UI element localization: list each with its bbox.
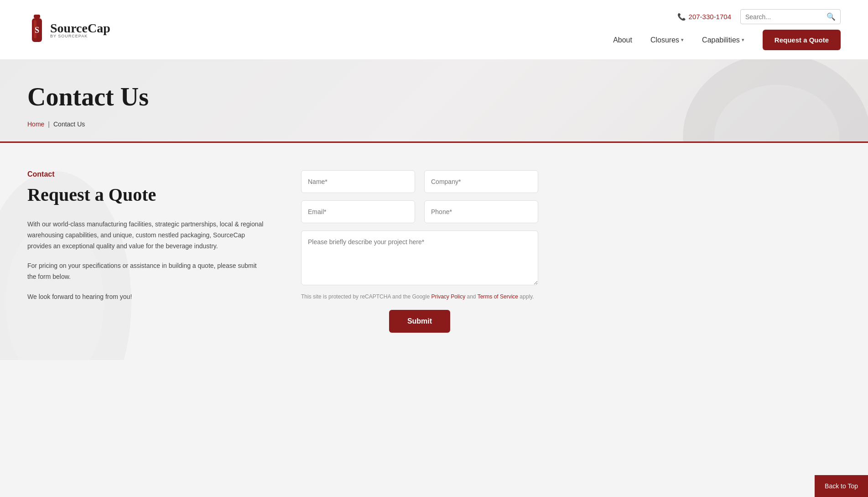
recaptcha-apply: apply. [518, 293, 534, 300]
main-content: Contact Request a Quote With our world-c… [0, 143, 868, 360]
logo-area[interactable]: S SourceCap BY SOURCEPAK [27, 14, 110, 46]
request-quote-button[interactable]: Request a Quote [763, 30, 841, 50]
contact-label: Contact [27, 170, 265, 178]
nav-area: About Closures ▾ Capabilities ▾ Request … [613, 30, 841, 50]
breadcrumb-separator: | [48, 120, 50, 128]
nav-item-capabilities[interactable]: Capabilities ▾ [702, 36, 744, 44]
nav-item-closures[interactable]: Closures ▾ [650, 36, 684, 44]
recaptcha-and: and [465, 293, 477, 300]
description-3: We look forward to hearing from you! [27, 292, 265, 303]
page-title: Contact Us [27, 82, 841, 111]
hero-section: Contact Us Home | Contact Us [0, 59, 868, 141]
nav-capabilities-label: Capabilities [702, 36, 740, 44]
message-textarea[interactable] [301, 230, 538, 285]
recaptcha-text-prefix: This site is protected by reCAPTCHA and … [301, 293, 431, 300]
recaptcha-notice: This site is protected by reCAPTCHA and … [301, 293, 538, 301]
logo-icon: S [27, 14, 47, 46]
search-button[interactable]: 🔍 [826, 12, 836, 21]
description-2: For pricing on your specifications or as… [27, 261, 265, 283]
form-row-name-company [301, 170, 538, 193]
right-column: This site is protected by reCAPTCHA and … [301, 170, 538, 333]
closures-chevron-icon: ▾ [681, 37, 684, 43]
email-input[interactable] [301, 200, 415, 223]
header: S SourceCap BY SOURCEPAK 📞 207-330-1704 … [0, 0, 868, 59]
logo-name: SourceCap [50, 21, 110, 35]
description-1: With our world-class manufacturing facil… [27, 219, 265, 251]
svg-text:S: S [35, 26, 39, 35]
search-input[interactable] [745, 13, 826, 21]
capabilities-chevron-icon: ▾ [742, 37, 744, 43]
submit-button[interactable]: Submit [389, 310, 450, 333]
privacy-policy-link[interactable]: Privacy Policy [431, 293, 465, 300]
section-title: Request a Quote [27, 184, 265, 205]
breadcrumb-home-link[interactable]: Home [27, 120, 44, 128]
back-to-top-button[interactable]: Back to Top [815, 475, 868, 497]
contact-form: This site is protected by reCAPTCHA and … [301, 170, 538, 333]
form-row-email-phone [301, 200, 538, 223]
nav-item-about[interactable]: About [613, 36, 632, 44]
breadcrumb-current: Contact Us [53, 120, 85, 128]
nav-about-label: About [613, 36, 632, 44]
company-input[interactable] [424, 170, 538, 193]
name-input[interactable] [301, 170, 415, 193]
phone-icon: 📞 [677, 13, 686, 21]
search-bar: 🔍 [740, 9, 841, 24]
breadcrumb: Home | Contact Us [27, 120, 841, 137]
left-column: Contact Request a Quote With our world-c… [27, 170, 265, 333]
phone-link[interactable]: 📞 207-330-1704 [677, 13, 731, 21]
nav-closures-label: Closures [650, 36, 679, 44]
phone-search: 📞 207-330-1704 🔍 [677, 9, 841, 24]
header-right: 📞 207-330-1704 🔍 About Closures ▾ Capabi… [613, 9, 841, 50]
terms-link[interactable]: Terms of Service [478, 293, 518, 300]
svg-rect-0 [34, 15, 40, 18]
logo-text-area: SourceCap BY SOURCEPAK [50, 21, 110, 38]
phone-number: 207-330-1704 [689, 13, 731, 21]
phone-input[interactable] [424, 200, 538, 223]
